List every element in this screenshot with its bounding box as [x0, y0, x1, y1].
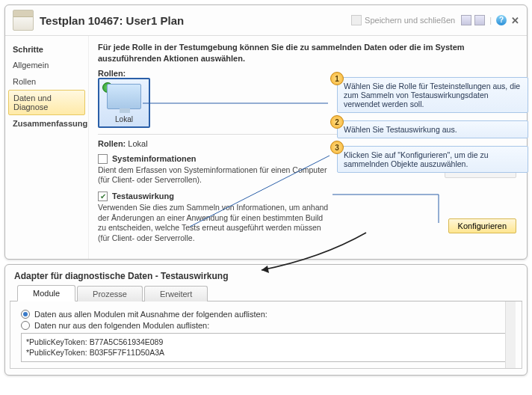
- callout-text-2: Wählen Sie Testauswirkung aus.: [344, 125, 457, 134]
- roles-label: Rollen:: [98, 69, 518, 78]
- tab-module[interactable]: Module: [17, 285, 75, 301]
- sidebar-item-rollen[interactable]: Rollen: [5, 73, 88, 90]
- configure-button[interactable]: Konfigurieren: [448, 218, 516, 233]
- scrollbar[interactable]: [505, 301, 516, 368]
- radio-unselected-icon[interactable]: [21, 321, 30, 330]
- adapter-title: Adapter für diagnostische Daten - Testau…: [5, 265, 527, 284]
- sidebar-heading: Schritte: [5, 42, 88, 57]
- roles-selected-label: Rollen:: [98, 139, 126, 148]
- save-and-close-button[interactable]: Speichern und schließen: [351, 15, 455, 25]
- role-tile-lokal[interactable]: Lokal: [98, 78, 150, 128]
- sidebar-item-zusammenfassung[interactable]: Zusammenfassung: [5, 115, 88, 132]
- impact-title: Testauswirkung: [112, 192, 174, 200]
- monitor-icon: [107, 84, 141, 109]
- testplan-panel: Testplan 10467: User1 Plan Speichern und…: [4, 4, 528, 260]
- notepad-icon: [13, 10, 34, 31]
- save-close-label: Speichern und schließen: [365, 16, 455, 25]
- callouts: 1 Wählen Sie die Rolle für Testeinstellu…: [337, 77, 528, 180]
- impact-row[interactable]: Testauswirkung: [98, 192, 518, 201]
- callout-1: 1 Wählen Sie die Rolle für Testeinstellu…: [337, 77, 528, 113]
- callout-text-3: Klicken Sie auf "Konfigurieren", um die …: [344, 150, 489, 168]
- token-item: *PublicKeyToken: B77A5C561934E089: [26, 337, 506, 348]
- sysinfo-desc: Dient dem Erfassen von Systeminformation…: [98, 165, 330, 186]
- adapter-panel: Adapter für diagnostische Daten - Testau…: [4, 264, 528, 376]
- tab-prozesse[interactable]: Prozesse: [77, 286, 143, 301]
- checkbox-checked-icon[interactable]: [98, 192, 108, 201]
- sidebar-item-daten-diagnose[interactable]: Daten und Diagnose: [8, 90, 85, 115]
- checkbox-unchecked-icon[interactable]: [98, 154, 108, 164]
- tab-content: Daten aus allen Modulen mit Ausnahme der…: [10, 301, 522, 368]
- token-item: *PublicKeyToken: B03F5F7F11D50A3A: [26, 347, 506, 358]
- radio2-label: Daten nur aus den folgenden Modulen aufl…: [34, 321, 209, 330]
- callout-badge-1: 1: [330, 72, 344, 85]
- callout-2: 2 Wählen Sie Testauswirkung aus.: [337, 120, 528, 138]
- radio-selected-icon[interactable]: [21, 310, 30, 319]
- radio-row-2[interactable]: Daten nur aus den folgenden Modulen aufl…: [21, 321, 511, 330]
- save-all-icon[interactable]: [474, 15, 485, 25]
- close-icon[interactable]: ✕: [511, 15, 519, 26]
- panel-header: Testplan 10467: User1 Plan Speichern und…: [5, 5, 527, 36]
- radio1-label: Daten aus allen Modulen mit Ausnahme der…: [34, 310, 267, 319]
- save-close-icon: [351, 15, 362, 25]
- sidebar-item-allgemein[interactable]: Allgemein: [5, 57, 88, 73]
- separator: |: [489, 16, 492, 25]
- token-list[interactable]: *PublicKeyToken: B77A5C561934E089 *Publi…: [21, 333, 511, 362]
- adapter-tabs: Module Prozesse Erweitert: [10, 284, 522, 301]
- tab-erweitert[interactable]: Erweitert: [144, 286, 208, 301]
- impact-desc: Verwenden Sie dies zum Sammeln von Infor…: [98, 203, 330, 244]
- callout-text-1: Wählen Sie die Rolle für Testeinstellung…: [344, 82, 520, 108]
- callout-badge-3: 3: [330, 141, 344, 154]
- callout-badge-2: 2: [330, 115, 344, 129]
- role-caption: Lokal: [102, 115, 146, 123]
- radio-row-1[interactable]: Daten aus allen Modulen mit Ausnahme der…: [21, 310, 511, 319]
- help-icon[interactable]: ?: [496, 15, 507, 25]
- panel-title: Testplan 10467: User1 Plan: [40, 14, 184, 27]
- save-icon[interactable]: [461, 15, 471, 25]
- steps-sidebar: Schritte Allgemein Rollen Daten und Diag…: [5, 36, 89, 259]
- sysinfo-title: Systeminformationen: [112, 154, 196, 163]
- callout-3: 3 Klicken Sie auf "Konfigurieren", um di…: [337, 146, 528, 173]
- roles-selected-value: Lokal: [128, 139, 147, 148]
- intro-text: Für jede Rolle in der Testumgebung könne…: [98, 42, 518, 64]
